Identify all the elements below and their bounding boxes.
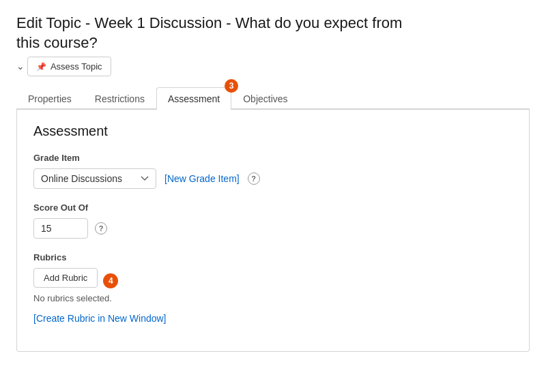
grade-item-group: Grade Item Online Discussions None [New …	[33, 153, 513, 189]
page-title: Edit Topic - Week 1 Discussion - What do…	[16, 14, 530, 52]
tab-assessment-wrapper: Assessment 3	[156, 86, 231, 108]
no-rubrics-text: No rubrics selected.	[33, 293, 513, 303]
rubrics-label: Rubrics	[33, 252, 513, 262]
score-out-of-group: Score Out Of ?	[33, 202, 513, 239]
assess-topic-button[interactable]: 📌 Assess Topic	[27, 57, 111, 76]
assess-topic-label: Assess Topic	[51, 61, 102, 72]
grade-item-label: Grade Item	[33, 153, 513, 163]
score-help-icon[interactable]: ?	[95, 222, 107, 235]
tab-assessment[interactable]: Assessment	[156, 87, 231, 110]
rubric-button-wrapper: Add Rubric 4	[33, 268, 118, 293]
grade-item-select[interactable]: Online Discussions None	[33, 168, 156, 189]
rubric-badge: 4	[103, 273, 118, 288]
pin-icon: 📌	[36, 62, 46, 72]
score-out-of-label: Score Out Of	[33, 202, 513, 213]
tabs-container: Properties Restrictions Assessment 3 Obj…	[16, 86, 530, 110]
new-grade-item-link[interactable]: [New Grade Item]	[164, 173, 240, 184]
score-field[interactable]	[33, 218, 88, 239]
grade-item-row: Online Discussions None [New Grade Item]…	[33, 168, 513, 189]
title-chevron-icon[interactable]: ⌄	[16, 61, 25, 72]
assessment-panel: Assessment Grade Item Online Discussions…	[16, 110, 530, 352]
rubrics-section: Rubrics Add Rubric 4 No rubrics selected…	[33, 252, 513, 324]
tab-properties[interactable]: Properties	[16, 87, 83, 110]
tab-objectives[interactable]: Objectives	[231, 87, 299, 110]
add-rubric-button[interactable]: Add Rubric	[33, 268, 98, 288]
grade-item-help-icon[interactable]: ?	[248, 172, 260, 185]
create-rubric-link[interactable]: [Create Rubric in New Window]	[33, 313, 167, 324]
tab-restrictions[interactable]: Restrictions	[83, 87, 156, 110]
score-input-row: ?	[33, 218, 513, 239]
assessment-panel-title: Assessment	[33, 123, 513, 139]
